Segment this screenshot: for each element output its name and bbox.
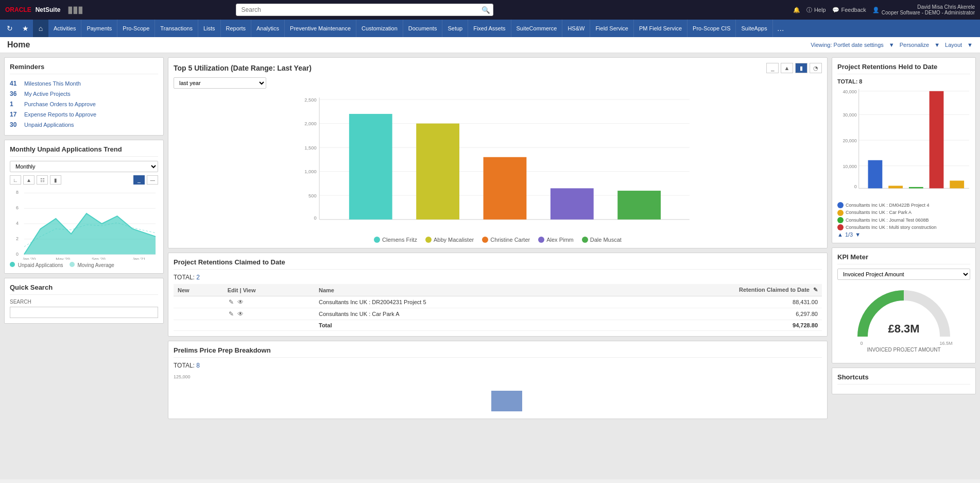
kpi-meter-title: KPI Meter	[837, 253, 970, 264]
svg-text:Sep '20: Sep '20	[92, 257, 106, 260]
nav-item-documents[interactable]: Documents	[403, 20, 443, 37]
cell-name: Consultants Inc UK : Car Park A	[315, 308, 604, 320]
top-util-header: Top 5 Utilization (Date Range: Last Year…	[174, 63, 822, 73]
bar-multi	[930, 91, 944, 189]
search-button[interactable]: 🔍	[482, 6, 490, 14]
legend-alex-dot	[538, 237, 544, 243]
svg-text:Jan '21: Jan '21	[132, 257, 146, 260]
area-chart-icon-btn[interactable]: ▲	[23, 175, 35, 185]
nav-item-setup[interactable]: Setup	[442, 20, 468, 37]
dash-icon-btn[interactable]: ⸻	[147, 175, 158, 185]
layout-link[interactable]: Layout	[945, 42, 962, 48]
edit-col-icon[interactable]: ✎	[813, 287, 818, 293]
nav-item-reports[interactable]: Reports	[221, 20, 252, 37]
user-item[interactable]: 👤 David Misa Chris Akerele Cooper Softwa…	[872, 4, 975, 15]
legend-clemens: Clemens Fritz	[374, 237, 417, 243]
nav-item-suiteapps[interactable]: SuiteApps	[736, 20, 772, 37]
quick-search-input[interactable]	[10, 307, 158, 318]
nav-item-pm-field-service[interactable]: PM Field Service	[634, 20, 687, 37]
line-chart-icon-btn[interactable]: ∟	[10, 175, 21, 185]
table-row: ✎ 👁 Consultants Inc UK : DR2004231 Proje…	[174, 296, 822, 308]
moving-avg-legend-label: Moving Average	[77, 262, 114, 268]
feedback-item[interactable]: 💬 Feedback	[832, 7, 866, 13]
bars-icon: ▮▮▮	[67, 4, 83, 15]
view-icon[interactable]: 👁	[237, 310, 244, 318]
nav-item-pro-scope[interactable]: Pro-Scope	[117, 20, 155, 37]
bar-mini-icon-btn[interactable]: ▮	[50, 175, 61, 185]
svg-text:1,500: 1,500	[304, 145, 316, 151]
nav-star-icon[interactable]: ★	[18, 20, 33, 37]
col-edit-view: Edit | View	[223, 284, 315, 296]
nav-house-icon[interactable]: ⌂	[33, 20, 48, 37]
svg-text:Jan '20: Jan '20	[23, 257, 36, 260]
monthly-trend-dropdown[interactable]: Monthly	[10, 161, 158, 172]
retentions-claimed-total-link[interactable]: 2	[196, 274, 200, 281]
reminder-link[interactable]: Unpaid Applications	[24, 122, 74, 128]
table-icon-btn[interactable]: ☷	[37, 175, 48, 185]
total-empty-1	[174, 320, 223, 331]
nav-item-customization[interactable]: Customization	[356, 20, 403, 37]
utilization-bar-chart-svg: 2,500 2,000 1,500 1,000 500 0	[174, 93, 822, 232]
personalize-link[interactable]: Personalize	[900, 42, 929, 48]
help-item[interactable]: ⓘ Help	[806, 6, 826, 14]
edit-icon[interactable]: ✎	[229, 310, 234, 318]
nav-item-pro-scope-cis[interactable]: Pro-Scope CIS	[687, 20, 736, 37]
kpi-meter-dropdown[interactable]: Invoiced Project Amount Project Margin B…	[837, 269, 970, 280]
legend-multi-label: Consultants Inc UK : Multi story constru…	[846, 224, 937, 231]
viewing-portlet-link[interactable]: Viewing: Portlet date settings	[811, 42, 884, 48]
legend-alex: Alex Pimm	[538, 237, 574, 243]
nav-item-field-service[interactable]: Field Service	[590, 20, 634, 37]
legend-carpark-dot	[837, 210, 844, 216]
nav-more-button[interactable]: …	[773, 20, 788, 37]
nav-item-fixed-assets[interactable]: Fixed Assets	[468, 20, 511, 37]
legend-abby: Abby Macalister	[425, 237, 474, 243]
search-input[interactable]	[236, 4, 493, 16]
nav-item-transactions[interactable]: Transactions	[155, 20, 198, 37]
utilization-dropdown[interactable]: last year this year last month this mont…	[174, 77, 266, 89]
legend-dm0422b: Consultants Inc UK : DM0422B Project 4	[837, 202, 970, 209]
svg-text:1,000: 1,000	[304, 169, 316, 174]
blue-wave-icon-btn[interactable]: ⎯	[133, 175, 145, 185]
legend-christine: Christine Carter	[482, 237, 530, 243]
bar-christine	[484, 157, 527, 220]
area-ctrl-btn[interactable]: ▲	[781, 63, 793, 73]
line-ctrl-btn[interactable]: ⎯	[766, 63, 779, 73]
legend-journal: Consultants Inc UK : Journal Test 0608B	[837, 216, 970, 224]
middle-panel: Top 5 Utilization (Date Range: Last Year…	[168, 57, 828, 475]
reminder-count: 41	[10, 80, 22, 87]
bar-ctrl-btn[interactable]: ▮	[795, 63, 807, 73]
reminder-link[interactable]: Purchase Orders to Approve	[24, 101, 96, 107]
bar-abby	[416, 124, 459, 220]
personalize-chevron-icon: ▼	[934, 42, 940, 48]
nav-item-lists[interactable]: Lists	[198, 20, 221, 37]
reminder-link[interactable]: Expense Reports to Approve	[24, 111, 96, 118]
nav-item-hsw[interactable]: HS&W	[562, 20, 590, 37]
view-icon[interactable]: 👁	[237, 298, 244, 306]
pagination[interactable]: ▲ 1/3 ▼	[837, 231, 970, 238]
nav-item-suitecommerce[interactable]: SuiteCommerce	[511, 20, 563, 37]
retentions-claimed-title: Project Retentions Claimed to Date	[174, 258, 822, 270]
unpaid-legend-dot	[10, 262, 15, 267]
search-label: SEARCH	[10, 299, 158, 305]
nav-home-icon[interactable]: ↻	[2, 20, 18, 37]
retentions-held-chart-svg: 40,000 30,000 20,000 10,000 0	[837, 87, 970, 200]
bar-dm0422b	[868, 160, 883, 189]
nav-item-preventive-maintenance[interactable]: Preventive Maintenance	[285, 20, 356, 37]
legend-multi: Consultants Inc UK : Multi story constru…	[837, 224, 970, 231]
notifications-item[interactable]: 🔔	[793, 7, 800, 13]
edit-icon[interactable]: ✎	[229, 298, 234, 306]
svg-text:May '20: May '20	[56, 257, 70, 260]
prelims-total-link[interactable]: 8	[196, 362, 200, 369]
nav-item-payments[interactable]: Payments	[81, 20, 117, 37]
pie-ctrl-btn[interactable]: ◔	[810, 63, 822, 73]
reminder-link[interactable]: Milestones This Month	[24, 80, 81, 87]
right-panel: Project Retentions Held to Date TOTAL: 8…	[832, 57, 976, 475]
kpi-amount-label: INVOICED PROJECT AMOUNT	[867, 347, 940, 353]
cell-edit-view: ✎ 👁	[223, 296, 315, 308]
reminder-link[interactable]: My Active Projects	[24, 91, 71, 97]
logo-area: ORACLE NetSuite ▮▮▮	[5, 4, 83, 15]
nav-item-activities[interactable]: Activities	[48, 20, 81, 37]
prelims-bar	[491, 391, 522, 411]
nav-item-analytics[interactable]: Analytics	[251, 20, 285, 37]
bar-dale	[617, 191, 661, 220]
